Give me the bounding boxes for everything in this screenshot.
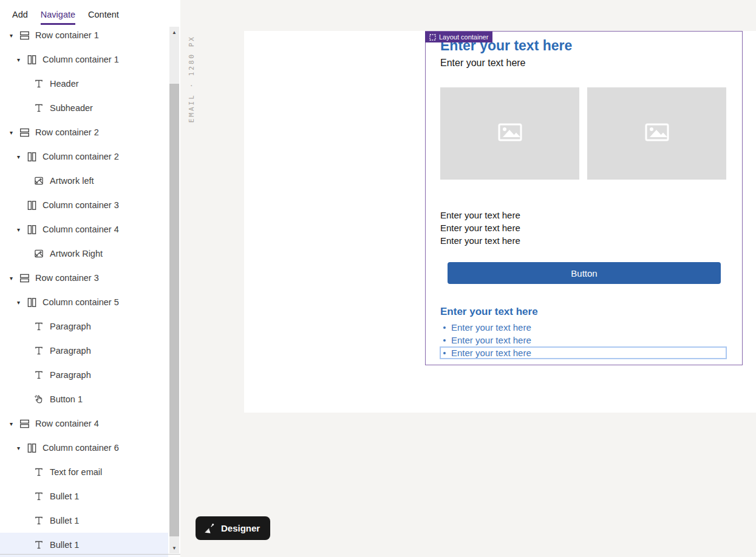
email-cta-button[interactable]: Button [448,262,721,284]
tree-item-artwork-right[interactable]: Artwork Right [0,241,168,266]
layer-tree: ▾Row container 1▾Column container 1Heade… [0,23,168,557]
bullet-text: Enter your text here [451,322,531,333]
text-icon [34,79,46,89]
image-placeholder-icon [645,123,669,144]
artwork-left-placeholder[interactable] [440,87,579,180]
column-container-icon [27,152,39,162]
canvas-width-ruler: EMAIL · 1280 PX [188,35,196,123]
image-placeholder-icon [498,123,522,144]
tab-content[interactable]: Content [88,10,119,25]
tree-item-column-container-5[interactable]: ▾Column container 5 [0,290,168,314]
text-icon [34,370,46,380]
email-bullet-item[interactable]: Enter your text here [440,334,726,346]
tree-item-label: Paragraph [50,322,91,331]
tree-item-row-container-4[interactable]: ▾Row container 4 [0,411,168,436]
row-container-icon [19,127,32,138]
text-icon [34,467,46,477]
text-icon [34,516,46,525]
email-paragraph[interactable]: Enter your text here [440,234,726,247]
caret-down-icon[interactable]: ▾ [10,275,19,282]
layout-container-badge[interactable]: Layout container [425,32,492,42]
scroll-up-icon[interactable]: ▲ [169,28,179,36]
artwork-icon [34,249,46,258]
artwork-row [440,87,726,180]
tree-item-paragraph[interactable]: Paragraph [0,363,168,387]
caret-down-icon[interactable]: ▾ [10,420,19,427]
tree-item-row-container-3[interactable]: ▾Row container 3 [0,266,168,290]
sidebar-bottom-divider [0,554,180,555]
caret-down-icon[interactable]: ▾ [17,445,27,451]
email-paragraph[interactable]: Enter your text here [440,209,726,221]
tree-item-label: Column container 6 [43,443,119,453]
caret-down-icon[interactable]: ▾ [17,226,27,233]
tree-item-column-container-6[interactable]: ▾Column container 6 [0,436,168,460]
tree-item-bullet-1[interactable]: Bullet 1 [0,508,168,533]
tree-item-label: Row container 1 [35,30,99,40]
workspace: EMAIL · 1280 PX Enter your text here Ent… [180,0,756,557]
tree-item-column-container-1[interactable]: ▾Column container 1 [0,47,168,72]
layout-container-badge-label: Layout container [439,33,488,41]
tree-item-column-container-3[interactable]: Column container 3 [0,193,168,217]
email-paragraph[interactable]: Enter your text here [440,221,726,234]
tree-item-artwork-left[interactable]: Artwork left [0,169,168,193]
email-list-heading[interactable]: Enter your text here [440,306,726,318]
tree-item-label: Column container 5 [43,297,119,307]
tree-item-label: Bullet 1 [50,516,79,525]
tree-item-column-container-4[interactable]: ▾Column container 4 [0,217,168,241]
artwork-icon [34,176,46,186]
artwork-right-placeholder[interactable] [587,87,726,180]
dashed-selection-icon [429,34,436,41]
column-container-icon [27,297,39,308]
column-container-icon [27,55,39,65]
tree-item-label: Subheader [50,103,93,113]
tree-scrollbar[interactable]: ▲ ▼ [169,27,179,553]
caret-down-icon[interactable]: ▾ [10,32,19,39]
tree-item-label: Column container 1 [43,55,119,64]
row-container-icon [19,419,32,429]
text-icon [34,540,46,550]
email-bullet-item-selected[interactable]: Enter your text here [440,346,727,359]
tree-item-row-container-2[interactable]: ▾Row container 2 [0,120,168,144]
tree-item-bullet-1[interactable]: Bullet 1 [0,533,168,557]
text-icon [34,491,46,501]
tree-item-text-for-email[interactable]: Text for email [0,460,168,484]
row-container-icon [19,30,32,41]
tab-navigate[interactable]: Navigate [41,10,75,25]
tree-item-row-container-1[interactable]: ▾Row container 1 [0,23,168,47]
tree-item-column-container-2[interactable]: ▾Column container 2 [0,144,168,169]
text-icon [34,322,46,331]
tree-item-label: Button 1 [50,394,83,404]
caret-down-icon[interactable]: ▾ [17,154,27,160]
caret-down-icon[interactable]: ▾ [10,129,19,136]
scroll-down-icon[interactable]: ▼ [169,544,179,552]
tree-item-label: Header [50,79,79,89]
caret-down-icon[interactable]: ▾ [17,299,27,306]
bullet-dot [443,339,446,342]
tree-item-paragraph[interactable]: Paragraph [0,314,168,339]
email-bullet-list: Enter your text hereEnter your text here… [440,321,726,359]
bullet-text: Enter your text here [451,335,531,345]
email-paragraphs: Enter your text hereEnter your text here… [440,209,726,247]
tree-item-header[interactable]: Header [0,72,168,96]
column-container-icon [27,200,39,211]
tree-item-paragraph[interactable]: Paragraph [0,339,168,363]
tree-item-label: Paragraph [50,346,91,356]
scrollbar-thumb[interactable] [169,84,179,536]
tree-item-button-1[interactable]: Button 1 [0,387,168,411]
designer-button[interactable]: Designer [196,516,270,540]
caret-down-icon[interactable]: ▾ [17,56,27,63]
email-layout-container[interactable]: Enter your text here Enter your text her… [425,31,743,365]
email-builder-app: EMAIL · 1280 PX Enter your text here Ent… [0,0,756,557]
email-subheader-text[interactable]: Enter your text here [440,57,726,69]
tree-item-subheader[interactable]: Subheader [0,96,168,120]
tree-item-bullet-1[interactable]: Bullet 1 [0,484,168,508]
sidebar-tabs: Add Navigate Content [0,0,180,25]
tree-item-label: Column container 4 [43,224,119,234]
email-bullet-item[interactable]: Enter your text here [440,321,726,334]
column-container-icon [27,443,39,453]
tree-item-label: Paragraph [50,370,91,380]
bullet-text: Enter your text here [451,348,531,358]
tree-item-label: Artwork left [50,176,94,186]
bullet-dot [443,326,446,329]
tab-add[interactable]: Add [12,10,28,25]
